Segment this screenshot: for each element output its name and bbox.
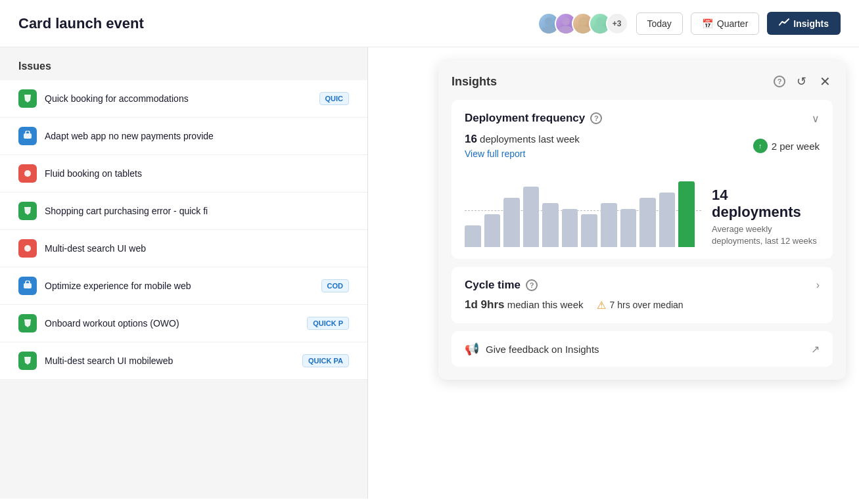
issue-type-icon xyxy=(18,314,37,332)
cycle-chevron-icon[interactable]: › xyxy=(816,279,820,291)
chart-bar xyxy=(484,214,501,247)
issues-list: Quick booking for accommodationsQUICAdap… xyxy=(0,80,367,380)
issue-badge: QUIC xyxy=(319,92,350,105)
avatar-group: +3 xyxy=(538,12,628,35)
cycle-time-value: 1d 9hrs median this week xyxy=(465,298,584,311)
issue-type-icon xyxy=(18,239,37,258)
list-item[interactable]: Fluid booking on tablets xyxy=(0,155,367,193)
chart-bar xyxy=(465,225,481,247)
main-content: Issues Quick booking for accommodationsQ… xyxy=(0,47,859,499)
issue-badge: QUICK PA xyxy=(302,354,349,367)
insights-button[interactable]: Insights xyxy=(767,12,841,35)
list-item[interactable]: Multi-dest search UI mobilewebQUICK PA xyxy=(0,342,367,380)
cycle-meta: 1d 9hrs median this week ⚠ 7 hrs over me… xyxy=(465,298,820,311)
issue-title: Shopping cart purchasing error - quick f… xyxy=(45,206,349,216)
issue-title: Multi-dest search UI mobileweb xyxy=(45,355,294,366)
avatar-more-count: +3 xyxy=(606,12,628,35)
deployment-meta: 16 deployments last week View full repor… xyxy=(465,133,820,159)
feedback-text: Give feedback on Insights xyxy=(486,344,599,355)
chart-deploy-desc: Average weekly deployments, last 12 week… xyxy=(712,223,820,247)
svg-point-3 xyxy=(558,26,573,34)
header-actions: +3 Today 📅 Quarter Insights xyxy=(538,12,841,35)
list-item[interactable]: Multi-dest search UI web xyxy=(0,230,367,267)
insights-controls: ? ↺ ✕ xyxy=(774,74,833,89)
svg-point-9 xyxy=(24,170,31,177)
chart-bar xyxy=(601,203,617,247)
chart-bar xyxy=(678,181,695,247)
issues-heading: Issues xyxy=(0,47,367,80)
header: Card launch event +3 Today 📅 Quarter xyxy=(0,0,859,47)
issue-badge: QUICK P xyxy=(307,317,349,330)
svg-point-1 xyxy=(541,26,556,34)
list-item[interactable]: Onboard workout options (OWO)QUICK P xyxy=(0,305,367,342)
external-link-icon[interactable]: ↗ xyxy=(811,343,820,355)
close-icon[interactable]: ✕ xyxy=(817,74,833,89)
issue-type-icon xyxy=(18,89,37,108)
svg-point-4 xyxy=(578,17,586,25)
chart-bar xyxy=(503,198,520,247)
cycle-header: Cycle time ? › xyxy=(465,279,820,292)
issue-badge: COD xyxy=(321,279,349,292)
quarter-button[interactable]: 📅 Quarter xyxy=(691,12,759,35)
cycle-help-icon[interactable]: ? xyxy=(526,279,538,291)
svg-rect-8 xyxy=(24,133,32,139)
deployment-count: 16 deployments last week xyxy=(465,133,580,146)
list-item[interactable]: Adapt web app no new payments provide xyxy=(0,118,367,155)
chart-bars xyxy=(465,168,701,247)
svg-rect-11 xyxy=(24,283,32,288)
svg-point-7 xyxy=(592,26,607,34)
issue-title: Optimize experience for mobile web xyxy=(45,281,313,291)
list-item[interactable]: Shopping cart purchasing error - quick f… xyxy=(0,193,367,230)
chart-legend: 14 deployments Average weekly deployment… xyxy=(701,187,820,247)
page-title: Card launch event xyxy=(18,15,144,32)
chart-bar xyxy=(620,209,637,247)
issue-type-icon xyxy=(18,202,37,220)
issue-title: Adapt web app no new payments provide xyxy=(45,131,349,141)
issue-title: Quick booking for accommodations xyxy=(45,93,312,104)
insights-overlay: Insights ? ↺ ✕ Deployment frequency ? ∨ … xyxy=(438,60,846,380)
svg-point-0 xyxy=(544,17,552,25)
cycle-title: Cycle time xyxy=(465,279,521,292)
insights-panel-title: Insights xyxy=(452,75,497,89)
svg-point-10 xyxy=(24,245,31,252)
cycle-warning: ⚠ 7 hrs over median xyxy=(597,299,684,311)
deployment-card-header: Deployment frequency ? ∨ xyxy=(465,112,820,125)
svg-point-5 xyxy=(575,26,590,34)
chart-bar xyxy=(562,209,578,247)
list-item[interactable]: Optimize experience for mobile webCOD xyxy=(0,267,367,305)
chart-bar xyxy=(542,203,559,247)
chart-icon xyxy=(779,17,789,30)
issue-title: Fluid booking on tablets xyxy=(45,168,349,179)
deployment-title: Deployment frequency xyxy=(465,112,585,125)
issue-type-icon xyxy=(18,277,37,295)
issue-type-icon xyxy=(18,127,37,145)
deployment-card: Deployment frequency ? ∨ 16 deployments … xyxy=(452,100,833,259)
view-report-link[interactable]: View full report xyxy=(465,149,580,159)
deployment-chevron-icon[interactable]: ∨ xyxy=(812,112,820,125)
calendar-icon: 📅 xyxy=(702,18,713,29)
up-trend-icon: ↑ xyxy=(753,139,768,153)
megaphone-icon: 📢 xyxy=(465,342,479,356)
cycle-time-card: Cycle time ? › 1d 9hrs median this week … xyxy=(452,267,833,323)
issue-type-icon xyxy=(18,164,37,183)
issue-type-icon xyxy=(18,352,37,370)
help-icon[interactable]: ? xyxy=(774,76,785,87)
per-week-stat: ↑ 2 per week xyxy=(753,139,820,153)
issues-panel: Issues Quick booking for accommodationsQ… xyxy=(0,47,368,499)
insights-overlay-header: Insights ? ↺ ✕ xyxy=(452,74,833,89)
warning-icon: ⚠ xyxy=(597,299,606,311)
feedback-card[interactable]: 📢 Give feedback on Insights ↗ xyxy=(452,331,833,367)
chart-bar xyxy=(523,187,540,247)
today-button[interactable]: Today xyxy=(636,12,683,35)
issue-title: Multi-dest search UI web xyxy=(45,243,349,254)
chart-bar xyxy=(639,198,656,247)
deployment-help-icon[interactable]: ? xyxy=(590,112,602,124)
deployment-chart: 14 deployments Average weekly deployment… xyxy=(465,168,820,247)
svg-point-2 xyxy=(561,17,569,25)
refresh-icon[interactable]: ↺ xyxy=(793,74,809,89)
svg-point-6 xyxy=(595,17,603,25)
chart-deploy-num: 14 deployments xyxy=(712,187,820,221)
issue-title: Onboard workout options (OWO) xyxy=(45,318,299,329)
chart-bar xyxy=(659,193,676,247)
list-item[interactable]: Quick booking for accommodationsQUIC xyxy=(0,80,367,118)
